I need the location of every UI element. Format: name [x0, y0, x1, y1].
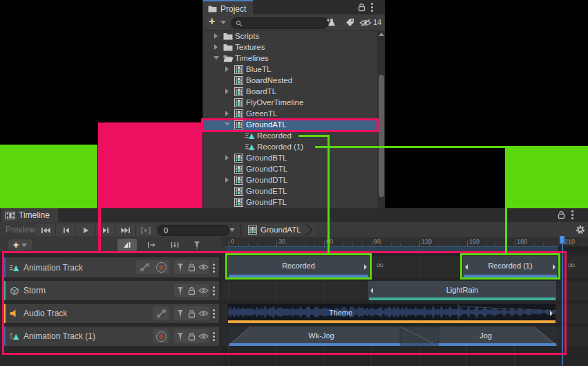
playhead-handle[interactable]	[560, 236, 565, 244]
tree-item-boardnested[interactable]: BoardNested	[203, 75, 377, 86]
tree-item-grounddtl[interactable]: GroundDTL	[203, 174, 377, 185]
timeline-icon	[234, 176, 243, 185]
scrollbar-thumb[interactable]	[379, 75, 384, 197]
tree-item-label: BoardNested	[246, 76, 292, 84]
expand-arrow-icon[interactable]	[225, 155, 229, 161]
add-track-caret-icon	[21, 244, 27, 247]
goto-start-button[interactable]	[36, 224, 55, 236]
lock-icon[interactable]	[557, 210, 566, 219]
annotation-green-line-recorded-v	[328, 135, 330, 253]
tree-item-groundftl[interactable]: GroundFTL	[203, 196, 377, 208]
expand-arrow-icon[interactable]	[225, 111, 229, 116]
tree-item-label: GroundETL	[246, 187, 287, 195]
preview-toggle[interactable]: Preview	[6, 225, 35, 235]
tree-item-timelines[interactable]: Timelines	[203, 53, 377, 64]
ruler-major-tick	[419, 241, 420, 246]
frame-field-caret-icon[interactable]	[229, 228, 235, 232]
tree-item-scripts[interactable]: Scripts	[203, 30, 377, 42]
annotation-green-block-right	[505, 146, 588, 208]
tree-item-label: BoardTL	[246, 87, 276, 95]
menu-kebab-icon[interactable]	[371, 6, 373, 8]
timeline-icon	[234, 154, 243, 163]
lock-icon[interactable]	[357, 3, 366, 12]
search-box[interactable]	[231, 17, 328, 29]
tree-item-label: Scripts	[235, 32, 259, 40]
tree-item-boardtl[interactable]: BoardTL	[203, 86, 377, 97]
search-by-type-icon[interactable]	[327, 18, 336, 27]
expand-arrow-icon[interactable]	[214, 44, 218, 50]
folder-icon	[223, 32, 233, 40]
mix-mode-button[interactable]	[117, 239, 137, 251]
ruler-tick-label: 210	[565, 238, 575, 245]
expand-arrow-icon[interactable]	[214, 33, 218, 39]
frame-number-field[interactable]: 0	[158, 225, 229, 236]
expand-arrow-icon[interactable]	[225, 66, 229, 72]
tab-timeline[interactable]: Timeline	[1, 208, 58, 222]
replace-mode-button[interactable]	[165, 239, 184, 251]
tree-item-bluetl[interactable]: BlueTL	[203, 64, 377, 75]
tree-item-groundctl[interactable]: GroundCTL	[203, 163, 377, 174]
transport-controls	[36, 224, 155, 236]
scroll-up-icon[interactable]	[379, 33, 384, 36]
goto-end-button[interactable]	[116, 224, 135, 236]
time-ruler[interactable]: 0306090120150180210	[222, 237, 588, 246]
marker-pin-toggle[interactable]	[189, 239, 205, 251]
play-range-button[interactable]	[136, 224, 155, 236]
tree-item-label: GroundFTL	[246, 198, 287, 206]
ripple-mode-button[interactable]	[142, 239, 161, 251]
ruler-major-tick	[467, 241, 468, 246]
ruler-tick-label: 120	[421, 238, 432, 245]
anim-clip-icon	[245, 131, 255, 140]
gear-icon[interactable]	[576, 225, 585, 235]
hidden-packages-eye-icon[interactable]	[359, 19, 372, 27]
search-icon	[236, 20, 243, 27]
breadcrumb-chevron-icon	[305, 223, 314, 236]
timeline-icon	[234, 198, 243, 207]
annotation-green-box-recorded1-clip	[460, 253, 560, 280]
timeline-asset-icon	[248, 226, 257, 235]
tab-project[interactable]: Project	[203, 0, 253, 16]
ruler-tick-label: 90	[374, 238, 381, 245]
tree-item-groundetl[interactable]: GroundETL	[203, 185, 377, 196]
timeline-toolbar: Preview 0 GroundATL	[0, 222, 588, 238]
annotation-green-line-recorded-h	[298, 135, 330, 137]
search-by-label-icon[interactable]	[345, 18, 354, 27]
screenshot-root: Project + 14	[0, 0, 588, 366]
play-button[interactable]	[76, 224, 95, 236]
ruler-major-tick	[372, 241, 372, 246]
project-toolbar: + 14	[203, 15, 385, 31]
timeline-icon	[234, 109, 243, 118]
expand-arrow-icon[interactable]	[225, 89, 229, 94]
previous-frame-button[interactable]	[56, 224, 75, 236]
add-track-plus: +	[13, 239, 19, 250]
annotation-green-line-recorded1-h	[315, 146, 588, 148]
timeline-icon	[234, 65, 243, 74]
tree-item-label: GreenTL	[246, 109, 277, 118]
infinity-icon: ∞	[567, 259, 576, 271]
timeline-tab-bar: Timeline	[0, 208, 588, 222]
annotation-green-box-recorded-clip	[225, 253, 372, 280]
breadcrumb[interactable]: GroundATL	[245, 223, 315, 236]
ruler-tick-label: 30	[278, 238, 285, 245]
menu-kebab-icon[interactable]	[571, 214, 573, 216]
search-input[interactable]	[245, 19, 323, 28]
annotation-pink-connector-line	[98, 208, 101, 251]
tab-label: Timeline	[19, 210, 50, 220]
collapse-arrow-icon[interactable]	[214, 56, 219, 60]
folder-icon	[208, 5, 217, 12]
tree-item-greentl[interactable]: GreenTL	[203, 108, 377, 119]
add-asset-button[interactable]: +	[209, 17, 215, 26]
timeline-icon	[234, 165, 243, 174]
tree-item-flyovertimeline[interactable]: FlyOverTimeline	[203, 97, 377, 108]
add-asset-caret-icon[interactable]	[220, 21, 226, 24]
tree-item-label: BlueTL	[246, 65, 271, 73]
expand-arrow-icon[interactable]	[225, 177, 229, 183]
project-panel: Project + 14	[202, 0, 385, 208]
tree-item-groundbtl[interactable]: GroundBTL	[203, 152, 377, 163]
ruler-major-tick	[229, 241, 229, 246]
tree-item-textures[interactable]: Textures	[203, 42, 377, 53]
anim-clip-icon	[245, 143, 255, 151]
annotation-pink-box-groundatl	[201, 118, 379, 132]
add-track-button[interactable]: +	[8, 239, 32, 250]
timeline-icon	[234, 187, 243, 196]
